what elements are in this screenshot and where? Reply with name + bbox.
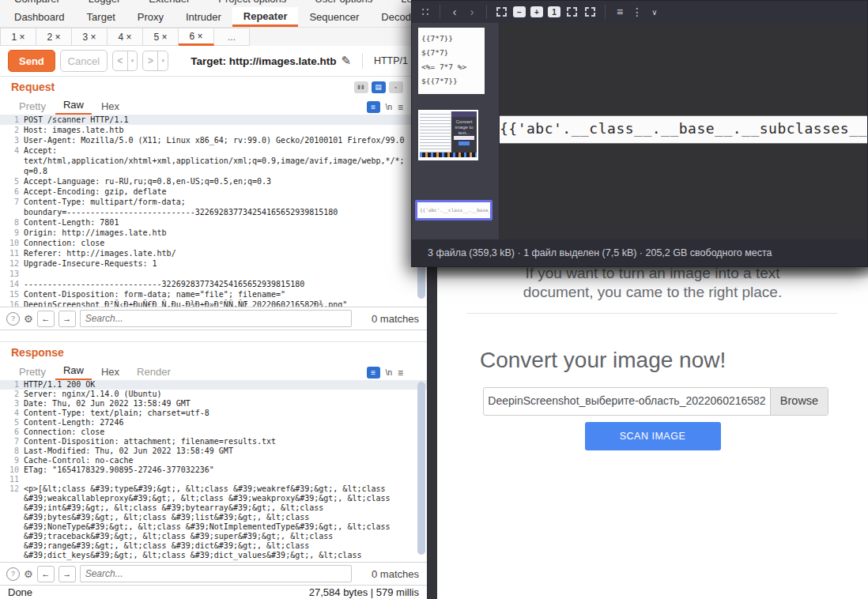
chevron-down-icon[interactable]: ∨: [646, 3, 663, 21]
line-number: 15: [0, 289, 24, 300]
burp-main-tab[interactable]: Repeater: [232, 7, 299, 27]
request-line: 2Host: images.late.htb: [0, 125, 427, 135]
line-text: DeepinScreenshot_Ð²Ñ‹Ð±ÐµÑ€Ð¸Ñ‚Ðµ-Ð¾Ð±Ð»…: [24, 300, 347, 307]
line-text: <p>[&lt;class &#39;type&#39;&gt;, &lt;cl…: [24, 484, 386, 494]
prev-request-button[interactable]: < ▾: [112, 51, 138, 71]
word-wrap-icon[interactable]: ≡: [367, 101, 380, 113]
burp-main-tab[interactable]: Proxy: [126, 7, 175, 27]
zoom-out-icon[interactable]: −: [513, 6, 526, 17]
response-editor[interactable]: 1HTTP/1.1 200 OK 2Server: nginx/1.14.0 (…: [0, 380, 427, 562]
burp-main-tab[interactable]: Dashboard: [3, 7, 76, 27]
scan-image-button[interactable]: SCAN IMAGE: [585, 422, 721, 450]
divider: [605, 5, 606, 19]
thumbnail-selected-payload[interactable]: {{'abc'.__class__.__base__.__subclasses_…: [415, 200, 492, 220]
request-view-tab[interactable]: Raw: [55, 99, 92, 115]
burp-main-tab[interactable]: Sequencer: [298, 7, 370, 27]
repeater-tab[interactable]: 1 ×: [0, 28, 36, 46]
more-options-icon[interactable]: ⋮: [628, 3, 646, 21]
viewer-thumbnail-sidebar: {{7*7}} ${7*7} <%= 7*7 %> ${{7*7}} C: [412, 23, 500, 239]
burp-top-tab[interactable]: Logger: [89, 0, 120, 5]
thumbnail-text-payloads[interactable]: {{7*7}} ${7*7} <%= 7*7 %> ${{7*7}}: [418, 28, 485, 94]
repeater-tab[interactable]: 5 ×: [143, 28, 179, 46]
request-line: 8Content-Length: 7801: [0, 217, 427, 228]
zoom-in-icon[interactable]: +: [530, 6, 543, 17]
expand-icon[interactable]: [585, 7, 595, 17]
file-upload-field[interactable]: DeepinScreenshot_выберите-область_202206…: [483, 387, 828, 416]
response-match-count: 0 matches: [356, 568, 419, 580]
next-image-icon[interactable]: ›: [463, 3, 481, 21]
payload-line: ${7*7}: [421, 46, 481, 60]
burp-top-tab[interactable]: Comparer: [14, 0, 60, 5]
line-text: Accept-Encoding: gzip, deflate: [24, 186, 167, 197]
gear-icon[interactable]: ⚙: [24, 313, 33, 325]
thumb-webpage-pane: Convert image to text...: [451, 111, 477, 153]
thumbnail-grid-icon[interactable]: ∷: [417, 3, 434, 21]
editor-menu-icon[interactable]: ≡: [398, 367, 403, 379]
zoomed-image[interactable]: {{'abc'.__class__.__base__.__subclasses_…: [500, 115, 867, 144]
response-view-tab[interactable]: Hex: [93, 366, 127, 380]
search-next-button[interactable]: →: [58, 566, 76, 582]
chevron-down-icon[interactable]: ▾: [127, 51, 138, 70]
edit-target-icon[interactable]: ✎: [341, 54, 351, 68]
menu-lines-icon[interactable]: ≡: [611, 3, 628, 21]
request-view-tab[interactable]: Hex: [93, 100, 127, 115]
repeater-tab[interactable]: 2 ×: [36, 28, 72, 46]
response-view-tab[interactable]: Pretty: [11, 366, 54, 380]
actual-size-icon[interactable]: 1: [548, 6, 560, 17]
response-view-tab[interactable]: Raw: [55, 364, 92, 380]
response-line: 12<p>[&lt;class &#39;type&#39;&gt;, &lt;…: [0, 484, 427, 494]
chevron-down-icon[interactable]: ▾: [157, 51, 168, 70]
viewer-toolbar: ∷ ‹ › − + 1 ≡ ⋮ ∨: [412, 1, 867, 23]
burp-top-tab[interactable]: User options: [315, 0, 372, 5]
layout-single-button[interactable]: ▪: [389, 81, 403, 93]
search-prev-button[interactable]: ←: [37, 311, 55, 327]
status-size-time-label: 27,584 bytes | 579 millis: [309, 586, 419, 598]
response-line: 6Connection: close: [0, 428, 427, 437]
request-view-tab[interactable]: Pretty: [11, 100, 54, 115]
editor-menu-icon[interactable]: ≡: [398, 102, 403, 113]
response-search-input[interactable]: [80, 565, 352, 582]
previous-image-icon[interactable]: ‹: [446, 3, 463, 21]
repeater-tab[interactable]: 3 ×: [72, 28, 108, 46]
request-line: 10Connection: close: [0, 238, 427, 248]
word-wrap-icon[interactable]: ≡: [367, 367, 380, 379]
burp-main-tab[interactable]: Target: [76, 7, 126, 27]
help-icon[interactable]: ?: [6, 567, 20, 581]
line-number: 11: [0, 475, 24, 484]
browse-button[interactable]: Browse: [770, 388, 828, 415]
line-number: [0, 207, 24, 217]
layout-columns-button[interactable]: ▮▮: [354, 81, 368, 93]
burp-top-tab[interactable]: Extender: [149, 0, 190, 5]
repeater-tab[interactable]: 6 ×: [179, 28, 214, 46]
layout-rows-button[interactable]: ▤: [372, 81, 386, 93]
line-number: [0, 503, 24, 513]
line-number: 1: [0, 115, 24, 125]
thumb-burp-pane: [420, 111, 451, 153]
request-line: 11Referer: http://images.late.htb/: [0, 248, 427, 258]
line-number: 13: [0, 269, 24, 279]
next-request-button[interactable]: > ▾: [142, 51, 168, 71]
gear-icon[interactable]: ⚙: [24, 568, 33, 580]
cancel-button[interactable]: Cancel: [60, 50, 108, 72]
request-search-input[interactable]: [80, 310, 352, 327]
repeater-tab[interactable]: ...: [214, 28, 250, 46]
viewer-canvas[interactable]: {{'abc'.__class__.__base__.__subclasses_…: [500, 23, 867, 239]
burp-top-tab[interactable]: Project options: [218, 0, 286, 5]
selected-thumb-text: {{'abc'.__class__.__base__.__subclasses_…: [417, 202, 490, 218]
show-newlines-icon[interactable]: \n: [386, 103, 392, 111]
fullscreen-icon[interactable]: [567, 7, 577, 17]
http-version-label[interactable]: HTTP/1: [374, 55, 408, 66]
search-prev-button[interactable]: ←: [37, 566, 55, 582]
send-button[interactable]: Send: [8, 50, 55, 72]
response-view-tab[interactable]: Render: [129, 366, 179, 380]
response-scrollbar[interactable]: [417, 382, 425, 555]
request-editor[interactable]: 1POST /scanner HTTP/1.1 2Host: images.la…: [0, 115, 427, 307]
line-number: 7: [0, 437, 24, 446]
thumbnail-screenshot[interactable]: Convert image to text...: [418, 110, 478, 160]
search-next-button[interactable]: →: [58, 311, 76, 327]
show-newlines-icon[interactable]: \n: [386, 368, 392, 377]
help-icon[interactable]: ?: [6, 312, 20, 326]
burp-main-tab[interactable]: Intruder: [175, 7, 232, 27]
repeater-tab[interactable]: 4 ×: [108, 28, 143, 46]
fit-to-window-icon[interactable]: [496, 7, 507, 17]
